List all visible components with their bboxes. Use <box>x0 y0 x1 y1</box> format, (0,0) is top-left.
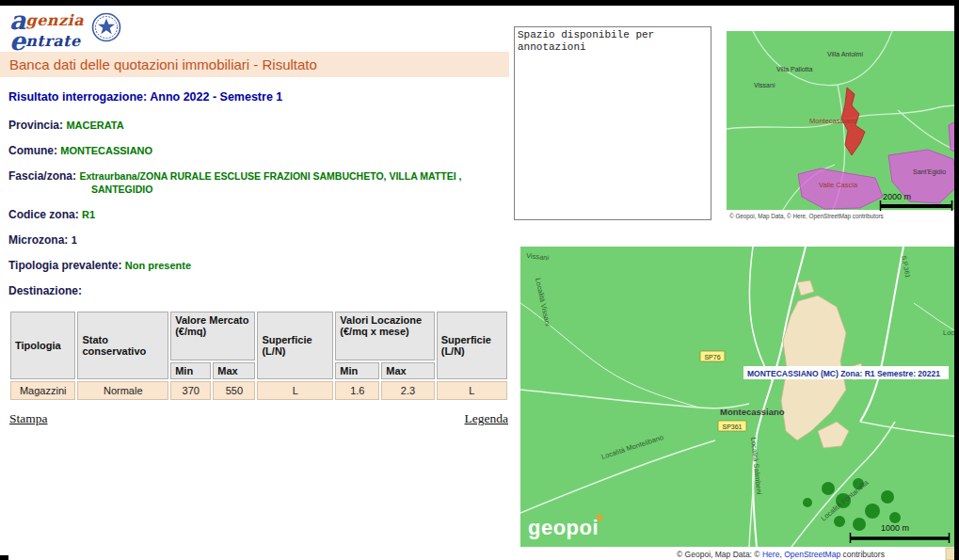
cell-tipologia: Magazzini <box>10 381 75 400</box>
field-label: Microzona: <box>8 233 68 247</box>
col-header-stato: Stato conservativo <box>77 312 168 379</box>
field-label: Fascia/zona: <box>8 169 76 183</box>
col-header-superficie-2: Superficie (L/N) <box>437 312 507 379</box>
label-valle-cascia: Valle Cascia <box>819 181 858 189</box>
result-heading: Risultato interrogazione: Anno 2022 - Se… <box>8 90 509 104</box>
agenzia-entrate-logo[interactable]: agenzia entrate <box>0 6 509 51</box>
field-label: Provincia: <box>8 119 63 132</box>
col-header-min: Min <box>335 362 379 379</box>
col-header-tipologia: Tipologia <box>10 312 75 379</box>
bottom-left-black-mark <box>0 555 8 560</box>
detail-map[interactable]: Vissani Località Vissani Località Montel… <box>520 247 959 560</box>
results-panel: agenzia entrate Banca dati delle quotazi… <box>0 6 509 426</box>
cell-superficie-2: L <box>437 381 507 400</box>
cell-vm-max: 550 <box>213 381 255 400</box>
cell-vm-min: 370 <box>170 381 211 400</box>
town-label: Montecassiano <box>720 407 785 417</box>
field-microzona: Microzona: 1 <box>8 233 509 247</box>
col-header-valori-locazione: Valori Locazione (€/mq x mese) <box>335 312 434 360</box>
label-villa-antolmi: Villa Antolmi <box>827 51 863 57</box>
cell-superficie-1: L <box>257 381 333 400</box>
table-row: Magazzini Normale 370 550 L 1.6 2.3 L <box>10 381 507 400</box>
field-label: Codice zona: <box>8 208 79 221</box>
cell-vl-min: 1.6 <box>335 381 379 400</box>
stampa-link[interactable]: Stampa <box>9 411 48 426</box>
right-black-bar <box>954 0 959 560</box>
field-label: Tipologia prevalente: <box>8 259 121 272</box>
page: agenzia entrate Banca dati delle quotazi… <box>0 0 959 560</box>
label-vissani: Vissani <box>754 82 775 88</box>
label-villa-pallotta: Villa Pallotta <box>776 66 813 72</box>
field-label: Comune: <box>8 144 57 157</box>
field-value: Non presente <box>125 260 191 271</box>
sp76-badge-label: SP76 <box>704 354 720 360</box>
col-header-min: Min <box>170 362 211 379</box>
col-header-superficie-1: Superficie (L/N) <box>257 312 333 379</box>
copyright-suffix: contributors <box>840 550 885 559</box>
map-copyright: © Geopoi, Map Data: © Here, OpenStreetMa… <box>677 550 885 559</box>
here-link[interactable]: Here <box>762 550 780 559</box>
scale-label: 1000 m <box>881 523 909 533</box>
field-comune: Comune: MONTECASSIANO <box>8 144 509 157</box>
overview-map[interactable]: Villa Antolmi Villa Pallotta Vissani Mon… <box>727 31 959 221</box>
scale-label: 2000 m <box>883 192 911 201</box>
logo-word-genzia: genzia <box>26 11 85 29</box>
annotations-textarea[interactable]: Spazio disponibile per annotazioni <box>514 26 711 220</box>
page-title: Banca dati delle quotazioni immobiliari … <box>9 56 317 72</box>
label-montecassiano: Montecassiano <box>809 117 856 125</box>
field-value: R1 <box>82 209 95 220</box>
geopoi-dot-icon <box>597 515 602 520</box>
zone-info-label: MONTECASSIANO (MC) Zona: R1 Semestre: 20… <box>747 369 940 378</box>
copyright-prefix: © Geopoi, Map Data: © <box>677 550 762 559</box>
result-content: Risultato interrogazione: Anno 2022 - Se… <box>0 90 509 426</box>
logo-word-ntrate: ntrate <box>25 32 80 50</box>
annotations-panel: Spazio disponibile per annotazioni <box>514 26 711 224</box>
col-header-valore-mercato: Valore Mercato (€/mq) <box>170 312 255 360</box>
sp361-badge-label: SP361 <box>722 424 742 430</box>
col-header-max: Max <box>213 362 255 379</box>
quotations-table: Tipologia Stato conservativo Valore Merc… <box>8 310 509 402</box>
label-loc-truncated: Loc <box>943 328 954 337</box>
field-value: Extraurbana/ZONA RURALE ESCLUSE FRAZIONI… <box>79 170 461 195</box>
map-copyright: © Geopoi, Map Data, © Here, OpenStreetMa… <box>729 213 884 220</box>
cell-vl-max: 2.3 <box>381 381 434 400</box>
legenda-link[interactable]: Legenda <box>465 411 508 426</box>
field-label: Destinazione: <box>8 284 82 297</box>
label-sant-egidio: Sant'Egidio <box>913 168 946 176</box>
geopoi-logo: geopoi <box>528 515 602 539</box>
logo-wordmark: agenzia entrate <box>9 11 84 51</box>
field-tipologia-prevalente: Tipologia prevalente: Non presente <box>8 259 509 272</box>
geopoi-logo-text: geopoi <box>528 516 599 539</box>
page-title-banner: Banca dati delle quotazioni immobiliari … <box>0 52 509 77</box>
field-value: 1 <box>72 234 77 246</box>
cell-stato: Normale <box>77 381 168 400</box>
openstreetmap-link[interactable]: OpenStreetMap <box>784 550 840 559</box>
field-codice-zona: Codice zona: R1 <box>8 208 509 221</box>
field-value: MONTECASSIANO <box>60 145 152 156</box>
field-destinazione: Destinazione: <box>8 284 509 297</box>
col-header-max: Max <box>381 362 434 379</box>
field-value: MACERATA <box>66 120 123 131</box>
table-links: Stampa Legenda <box>9 411 508 426</box>
italy-republic-emblem-icon <box>91 12 121 46</box>
field-fascia-zona: Fascia/zona: Extraurbana/ZONA RURALE ESC… <box>8 169 509 196</box>
field-provincia: Provincia: MACERATA <box>8 119 509 132</box>
